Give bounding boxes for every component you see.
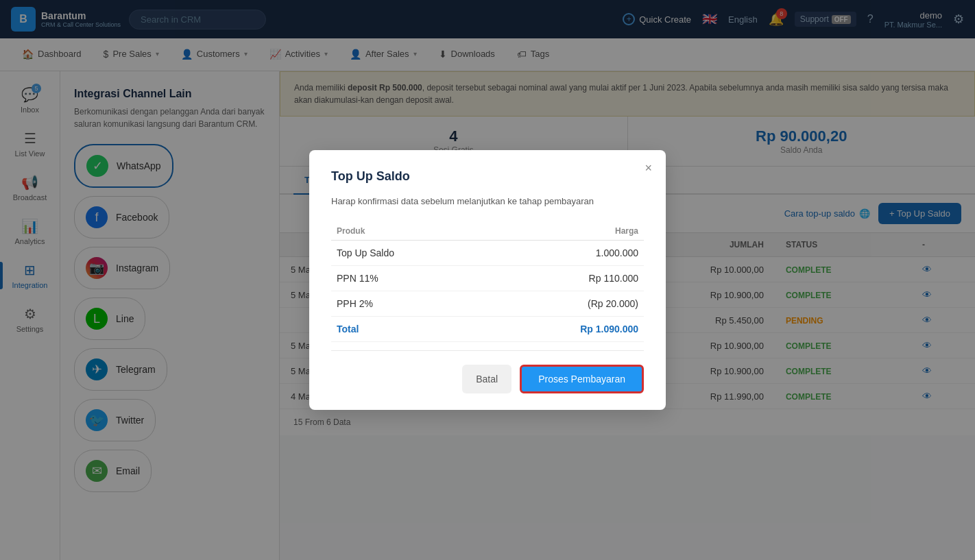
modal-cell-produk: Top Up Saldo [331,240,487,265]
topup-modal: Top Up Saldo × Harap konfirmasi data seb… [309,150,666,410]
modal-cell-produk: PPN 11% [331,265,487,291]
modal-col-produk: Produk [331,222,487,241]
modal-total-label: Total [331,316,487,341]
modal-col-harga: Harga [487,222,644,241]
modal-table-row: Top Up Saldo 1.000.000 [331,240,644,265]
modal-cell-harga: 1.000.000 [487,240,644,265]
modal-table: Produk Harga Top Up Saldo 1.000.000 PPN … [331,222,644,342]
cancel-button[interactable]: Batal [462,365,511,393]
modal-actions: Batal Proses Pembayaran [331,365,644,393]
modal-table-row: PPH 2% (Rp 20.000) [331,291,644,316]
modal-cell-harga: Rp 110.000 [487,265,644,291]
modal-cell-produk: PPH 2% [331,291,487,316]
modal-title: Top Up Saldo [331,169,644,184]
process-payment-button[interactable]: Proses Pembayaran [520,365,644,393]
modal-cell-harga: (Rp 20.000) [487,291,644,316]
modal-description: Harap konfirmasi data sebelum melanjutka… [331,195,644,208]
modal-overlay: Top Up Saldo × Harap konfirmasi data seb… [0,0,975,560]
modal-close-button[interactable]: × [645,161,652,175]
modal-total-value: Rp 1.090.000 [487,316,644,341]
modal-table-row: PPN 11% Rp 110.000 [331,265,644,291]
